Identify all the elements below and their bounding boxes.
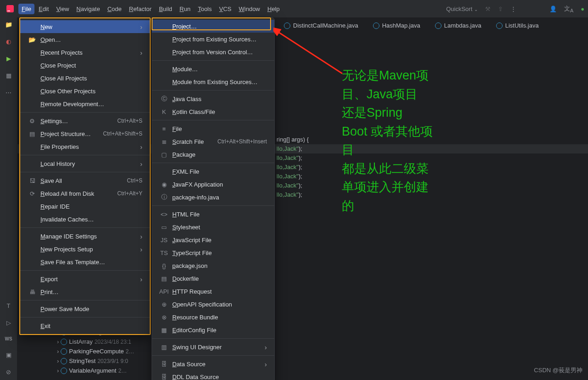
docker-icon: ▤: [160, 275, 168, 282]
more-icon[interactable]: ⋮: [510, 6, 516, 12]
tab-Lambdasjava[interactable]: Lambdas.java: [428, 17, 489, 34]
file-menu-close-project[interactable]: Close Project: [20, 59, 150, 72]
css-icon: ▭: [160, 224, 168, 231]
menu-vcs[interactable]: VCS: [216, 4, 235, 14]
new-menu-html-file[interactable]: <>HTML File: [152, 208, 274, 221]
class-icon: [61, 368, 67, 374]
file-menu-reload-all-from-disk[interactable]: ⟳Reload All from DiskCtrl+Alt+Y: [20, 187, 150, 200]
tree-item[interactable]: › ParkingFeeCompute 2…: [57, 346, 134, 356]
new-menu-dockerfile[interactable]: ▤Dockerfile: [152, 272, 274, 285]
js-icon: JS: [160, 237, 168, 244]
menu-code[interactable]: Code: [104, 4, 125, 14]
new-menu-java-class[interactable]: ⒸJava Class: [152, 92, 274, 105]
menu-navigate[interactable]: Navigate: [73, 4, 103, 14]
build-icon[interactable]: ⚒: [485, 6, 491, 12]
new-menu-scratch-file[interactable]: ≣Scratch FileCtrl+Alt+Shift+Insert: [152, 135, 274, 148]
terminal-icon[interactable]: T: [7, 302, 11, 309]
junit-tool-icon[interactable]: ▶: [6, 55, 11, 62]
new-menu-module-[interactable]: Module…: [152, 62, 274, 75]
ws-icon[interactable]: WS: [5, 336, 12, 341]
problems-icon[interactable]: ⊘: [6, 369, 11, 375]
new-menu-package-json[interactable]: {}package.json: [152, 259, 274, 272]
menu-refactor[interactable]: Refactor: [126, 4, 155, 14]
new-menu-stylesheet[interactable]: ▭Stylesheet: [152, 221, 274, 233]
menu-edit[interactable]: Edit: [35, 4, 52, 14]
file-menu-new-projects-setup[interactable]: New Projects Setup: [20, 243, 150, 255]
class-icon: [61, 348, 67, 355]
file-menu-exit[interactable]: Exit: [20, 319, 150, 332]
new-menu-javascript-file[interactable]: JSJavaScript File: [152, 233, 274, 246]
run-icon[interactable]: ▷: [6, 319, 11, 326]
svg-rect-1: [7, 11, 10, 11]
menu-file[interactable]: File: [18, 4, 34, 14]
file-icon: ≡: [160, 125, 168, 132]
project-tool-icon[interactable]: 📁: [5, 21, 12, 28]
new-menu-project-[interactable]: Project…: [152, 20, 274, 33]
gear-icon: ⚙: [28, 118, 36, 125]
new-menu-fxml-file[interactable]: FXML File: [152, 165, 274, 178]
new-menu-javafx-application[interactable]: ◉JavaFX Application: [152, 178, 274, 191]
reload-icon: ⟳: [28, 190, 36, 197]
new-menu-http-request[interactable]: APIHTTP Request: [152, 285, 274, 298]
user-icon[interactable]: 👤: [549, 6, 557, 12]
file-menu-project-structure-[interactable]: ▤Project Structure…Ctrl+Alt+Shift+S: [20, 127, 150, 140]
new-menu-ddl-data-source[interactable]: 🗄DDL Data Source: [152, 370, 274, 380]
file-menu-file-properties[interactable]: File Properties: [20, 140, 150, 153]
file-menu-repair-ide[interactable]: Repair IDE: [20, 200, 150, 213]
file-menu-print-[interactable]: 🖶Print…: [20, 285, 150, 298]
file-menu-power-save-mode[interactable]: Power Save Mode: [20, 302, 150, 315]
file-menu-save-file-as-template-[interactable]: Save File as Template…: [20, 255, 150, 268]
file-menu-remote-development-[interactable]: Remote Development…: [20, 97, 150, 110]
new-menu-data-source[interactable]: 🗄Data Source: [152, 357, 274, 370]
file-menu-recent-projects[interactable]: Recent Projects: [20, 46, 150, 59]
new-menu-openapi-specification[interactable]: ⊕OpenAPI Specification: [152, 298, 274, 311]
file-menu-manage-ide-settings[interactable]: Manage IDE Settings: [20, 230, 150, 243]
more-tools-icon[interactable]: ⋯: [6, 89, 11, 96]
tab-ListUtilsjava[interactable]: ListUtils.java: [489, 17, 546, 34]
menu-tools[interactable]: Tools: [195, 4, 215, 14]
file-menu-invalidate-caches-[interactable]: Invalidate Caches…: [20, 213, 150, 226]
translate-icon[interactable]: 文A: [564, 5, 573, 13]
menu-run[interactable]: Run: [176, 4, 194, 14]
class-icon: [496, 23, 503, 29]
tree-item[interactable]: › StringTest 2023/9/1 9:0: [57, 356, 134, 366]
new-menu-project-from-existing-sources-[interactable]: Project from Existing Sources…: [152, 33, 274, 45]
file-menu-local-history[interactable]: Local History: [20, 157, 150, 170]
tab-DistinctCallMachinejava[interactable]: DistinctCallMachine.java: [277, 17, 366, 34]
tab-HashMapjava[interactable]: HashMap.java: [366, 17, 428, 34]
file-menu-open-[interactable]: 📂Open…: [20, 33, 150, 46]
new-menu-resource-bundle[interactable]: ⊗Resource Bundle: [152, 311, 274, 323]
tree-item[interactable]: › VariableArgument 2…: [57, 366, 134, 375]
file-menu-close-other-projects[interactable]: Close Other Projects: [20, 85, 150, 97]
new-menu-kotlin-class-file[interactable]: KKotlin Class/File: [152, 105, 274, 118]
menu-view[interactable]: View: [53, 4, 72, 14]
new-menu-file[interactable]: ≡File: [152, 122, 274, 135]
file-menu-save-all[interactable]: 🖫Save AllCtrl+S: [20, 174, 150, 187]
class-icon: Ⓒ: [160, 95, 168, 103]
swing-icon: ▥: [160, 344, 168, 351]
project-selector[interactable]: QuickSort ⌄: [446, 6, 478, 12]
new-menu-swing-ui-designer[interactable]: ▥Swing UI Designer: [152, 340, 274, 353]
new-menu-package[interactable]: ▢Package: [152, 148, 274, 161]
vcs-icon[interactable]: ⇧: [498, 6, 503, 12]
debug-icon[interactable]: ▣: [6, 352, 11, 358]
commit-tool-icon[interactable]: ◐: [6, 38, 11, 45]
print-icon: 🖶: [28, 289, 36, 295]
file-menu-export[interactable]: Export: [20, 272, 150, 285]
new-menu-editorconfig-file[interactable]: ▦EditorConfig File: [152, 323, 274, 336]
bundle-icon: ⊗: [160, 314, 168, 321]
menu-build[interactable]: Build: [156, 4, 175, 14]
file-menu-close-all-projects[interactable]: Close All Projects: [20, 72, 150, 85]
menu-help[interactable]: Help: [264, 4, 283, 14]
tree-item[interactable]: › ListArray 2023/4/18 23:1: [57, 337, 134, 346]
new-menu-package-info-java[interactable]: ⓘpackage-info.java: [152, 191, 274, 204]
new-menu-typescript-file[interactable]: TSTypeScript File: [152, 246, 274, 259]
new-menu-project-from-version-control-[interactable]: Project from Version Control…: [152, 45, 274, 58]
settings-dot-icon[interactable]: ●: [581, 6, 584, 12]
structure-tool-icon[interactable]: ▦: [6, 72, 11, 79]
package-icon: ▢: [160, 151, 168, 158]
file-menu-new[interactable]: New: [20, 20, 150, 33]
new-menu-module-from-existing-sources-[interactable]: Module from Existing Sources…: [152, 75, 274, 88]
file-menu-settings-[interactable]: ⚙Settings…Ctrl+Alt+S: [20, 114, 150, 127]
menu-window[interactable]: Window: [236, 4, 263, 14]
